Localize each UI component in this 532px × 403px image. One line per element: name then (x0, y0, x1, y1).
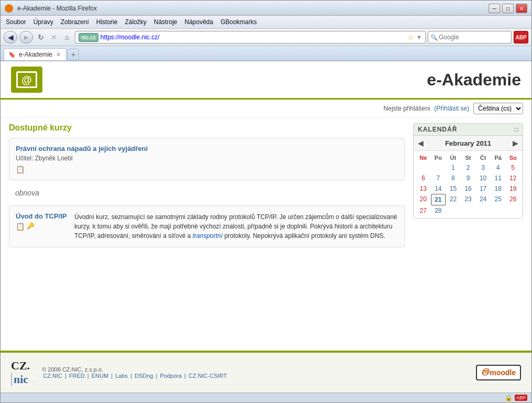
cal-day-4[interactable]: 4 (491, 162, 506, 173)
menu-tools[interactable]: Nástroje (151, 17, 181, 27)
cal-header-ut: Út (446, 153, 461, 162)
adblock-status-icon: ABP (515, 395, 527, 401)
menu-bookmarks[interactable]: Záložky (121, 17, 149, 27)
course-link-2[interactable]: Úvod do TCP/IP (16, 212, 68, 220)
home-button[interactable]: ⌂ (61, 31, 73, 43)
maximize-button[interactable]: □ (502, 4, 514, 13)
course-description-2: Úvodní kurz, seznamující se samotnými zá… (74, 212, 398, 241)
close-button[interactable]: ✕ (516, 4, 527, 13)
moodle-icon: ⓜ (481, 368, 489, 377)
cal-day-7[interactable]: 7 (431, 173, 446, 183)
cal-day-16[interactable]: 16 (461, 183, 476, 194)
cznic-cz-text: CZ. (11, 359, 30, 373)
cal-day-24[interactable]: 24 (475, 194, 491, 205)
footer-link-cznic[interactable]: CZ.NIC (43, 373, 62, 379)
calendar-day-headers: Ne Po Út St Čt Pá So (416, 153, 520, 162)
category-label: obnova (9, 184, 405, 201)
cal-day-18[interactable]: 18 (491, 183, 506, 194)
cal-day-11[interactable]: 11 (491, 173, 506, 183)
course-link-1[interactable]: Právní ochrana nápadů a jejich vyjádření (16, 145, 398, 153)
cal-day-6[interactable]: 6 (416, 173, 431, 183)
window-controls: ─ □ ✕ (489, 4, 527, 13)
cal-day-25[interactable]: 25 (491, 194, 506, 205)
cal-day-2[interactable]: 2 (461, 162, 476, 173)
search-bar[interactable]: 🔍 ▶ (428, 31, 512, 43)
footer-copyright: © 2008 CZ.NIC, z.s.p.o. (42, 366, 228, 373)
cal-day-1[interactable]: 1 (446, 162, 461, 173)
calendar-week-3: 13 14 15 16 17 18 19 (416, 183, 520, 194)
cal-day-22[interactable]: 22 (446, 194, 461, 205)
menu-edit[interactable]: Úpravy (30, 17, 57, 27)
menu-gbookmarks[interactable]: GBookmarks (217, 17, 260, 27)
calendar-collapse-button[interactable]: □ (515, 126, 518, 133)
tab-close-button[interactable]: ✕ (56, 51, 61, 58)
calendar-next-button[interactable]: ▶ (513, 139, 518, 147)
footer-link-podpora[interactable]: Podpora (160, 373, 182, 379)
calendar-prev-button[interactable]: ◀ (418, 139, 424, 147)
cal-day-15[interactable]: 15 (446, 183, 461, 194)
cal-day-17[interactable]: 17 (475, 183, 491, 194)
adblock-button[interactable]: ABP (514, 31, 528, 43)
footer-content: CZ. · · · nic · · · © 2008 CZ.NIC, z.s.p… (1, 353, 531, 393)
cal-day-28[interactable]: 28 (431, 205, 446, 216)
footer-info: © 2008 CZ.NIC, z.s.p.o. CZ.NIC | FRED | … (42, 366, 228, 379)
course-icon-1: 📋 (16, 165, 25, 173)
menu-view[interactable]: Zobrazení (58, 17, 92, 27)
highlight-word: transportní (193, 232, 223, 239)
login-link[interactable]: (Přihlásit se) (434, 105, 469, 112)
cal-day-5[interactable]: 5 (505, 162, 520, 173)
cal-day-23[interactable]: 23 (461, 194, 476, 205)
cal-day-9[interactable]: 9 (461, 173, 476, 183)
calendar-month-label: February 2011 (445, 139, 491, 147)
cal-header-pa: Pá (491, 153, 506, 162)
footer-left: CZ. · · · nic · · · © 2008 CZ.NIC, z.s.p… (11, 359, 228, 386)
calendar-title: KALENDÁŘ (418, 126, 457, 133)
logo-icon: @ (16, 71, 37, 88)
new-tab-button[interactable]: + (68, 49, 79, 60)
cal-day-14[interactable]: 14 (431, 183, 446, 194)
footer-link-fred[interactable]: FRED (69, 373, 85, 379)
search-input[interactable] (439, 34, 517, 41)
main-layout: Dostupné kurzy Právní ochrana nápadů a j… (1, 118, 531, 351)
cal-day-3[interactable]: 3 (475, 162, 491, 173)
bookmark-star-icon[interactable]: ☆ (407, 33, 414, 41)
footer-link-dsdng[interactable]: DSDng (135, 373, 153, 379)
cal-day-26[interactable]: 26 (505, 194, 520, 205)
footer-link-enum[interactable]: ENUM (92, 373, 108, 379)
cal-day-20[interactable]: 20 (416, 194, 431, 205)
browser-window: e-Akademie - Mozilla Firefox ─ □ ✕ Soubo… (0, 0, 532, 403)
cal-day-8[interactable]: 8 (446, 173, 461, 183)
lock-icon: 🔒 (505, 394, 513, 401)
cal-day-10[interactable]: 10 (475, 173, 491, 183)
menu-help[interactable]: Nápověda (181, 17, 216, 27)
site-title: e-Akademie (427, 70, 521, 90)
tab-eakademie[interactable]: 🔖 e-Akademie ✕ (4, 48, 66, 60)
refresh-button[interactable]: ↻ (35, 31, 47, 43)
forward-button[interactable]: ▶ (19, 31, 33, 43)
language-selector[interactable]: Čeština (cs) (473, 103, 523, 114)
dropdown-icon[interactable]: ▼ (416, 34, 422, 40)
cal-day-12[interactable]: 12 (505, 173, 520, 183)
cal-day-21[interactable]: 21 (431, 194, 446, 205)
course-left-2: Úvod do TCP/IP 📋 🔑 (16, 212, 68, 241)
course-teacher-1: Učitel: Zbyněk Loebl (16, 155, 398, 162)
stop-button[interactable]: ✕ (49, 31, 59, 43)
menu-history[interactable]: Historie (93, 17, 121, 27)
menu-file[interactable]: Soubor (3, 17, 29, 27)
calendar-week-5: 27 28 (416, 205, 520, 216)
cal-day-empty (431, 162, 446, 173)
top-bar: Nejste přihlášeni (Přihlásit se) Čeština… (1, 100, 531, 118)
footer-link-csirt[interactable]: CZ.NIC-CSIRT (189, 373, 227, 379)
footer-link-labs[interactable]: Labs (115, 373, 128, 379)
tab-favicon: 🔖 (8, 51, 16, 58)
search-engine-icon: 🔍 (430, 34, 438, 41)
cal-day-13[interactable]: 13 (416, 183, 431, 194)
address-bar[interactable]: nic.cz https://moodle.nic.cz/ ☆ ▼ (75, 31, 426, 43)
cal-day-27[interactable]: 27 (416, 205, 431, 216)
minimize-button[interactable]: ─ (489, 4, 500, 13)
calendar-week-2: 6 7 8 9 10 11 12 (416, 173, 520, 183)
cal-day-19[interactable]: 19 (505, 183, 520, 194)
firefox-icon (5, 4, 13, 13)
tab-label: e-Akademie (19, 51, 52, 58)
back-button[interactable]: ◀ (4, 31, 17, 43)
